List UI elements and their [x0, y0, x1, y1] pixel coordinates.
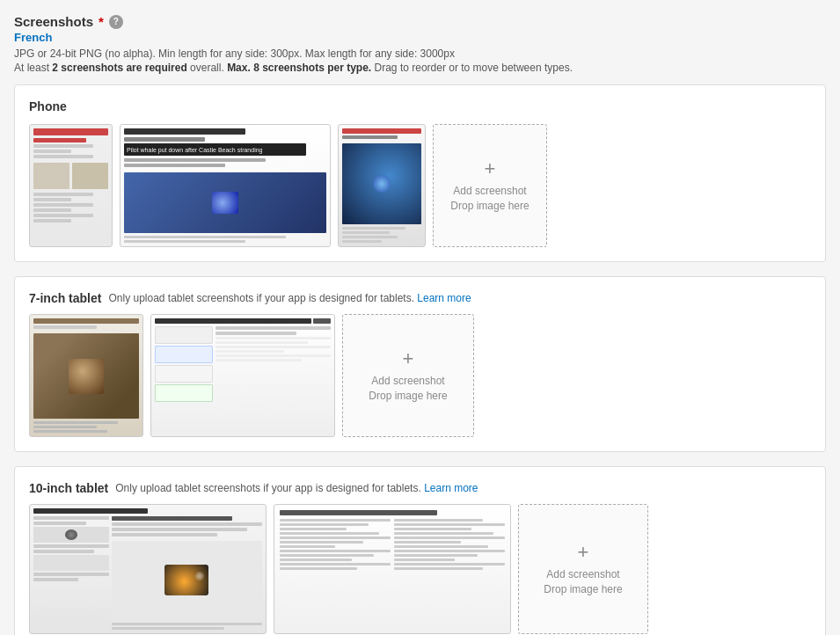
tablet10-screenshots-row: + Add screenshotDrop image here: [29, 504, 811, 634]
tablet10-section: 10-inch tablet Only upload tablet screen…: [14, 466, 826, 635]
tablet10-note: Only upload tablet screenshots if your a…: [115, 482, 478, 494]
requirements: At least 2 screenshots are required over…: [14, 62, 826, 74]
help-icon[interactable]: ?: [109, 15, 123, 29]
tablet10-screenshot-1[interactable]: [29, 504, 267, 634]
tablet10-screenshot-2[interactable]: [274, 504, 511, 634]
tablet10-add-placeholder[interactable]: + Add screenshotDrop image here: [518, 504, 648, 634]
tablet7-add-placeholder[interactable]: + Add screenshotDrop image here: [342, 314, 474, 437]
phone-screenshot-3[interactable]: [338, 124, 426, 247]
plus-icon-tablet10: +: [578, 541, 589, 564]
tablet10-learn-more[interactable]: Learn more: [424, 482, 478, 494]
tablet10-section-title: 10-inch tablet: [29, 481, 108, 495]
tablet7-section-title: 7-inch tablet: [29, 291, 101, 305]
format-info: JPG or 24-bit PNG (no alpha). Min length…: [14, 47, 826, 60]
phone-screenshot-1[interactable]: [29, 124, 113, 247]
tablet7-add-label: Add screenshotDrop image here: [369, 374, 447, 404]
plus-icon-tablet7: +: [403, 347, 414, 370]
required-star: *: [99, 14, 104, 29]
tablet7-section: 7-inch tablet Only upload tablet screens…: [14, 276, 826, 452]
phone-add-label: Add screenshotDrop image here: [450, 184, 529, 214]
phone-section: Phone: [14, 84, 826, 262]
page-header: Screenshots * ? French JPG or 24-bit PNG…: [14, 14, 826, 74]
tablet7-learn-more[interactable]: Learn more: [417, 292, 471, 304]
tablet7-screenshots-row: + Add screenshotDrop image here: [29, 314, 811, 437]
tablet10-add-label: Add screenshotDrop image here: [544, 567, 622, 597]
tablet7-screenshot-2[interactable]: [150, 314, 335, 437]
tablet7-note: Only upload tablet screenshots if your a…: [108, 292, 471, 304]
tablet7-screenshot-1[interactable]: [29, 314, 143, 437]
page-title: Screenshots * ?: [14, 14, 826, 29]
locale-label: French: [14, 31, 826, 44]
plus-icon: +: [485, 157, 496, 180]
phone-screenshots-row: Pilot whale put down after Castle Beach …: [29, 124, 811, 247]
phone-section-title: Phone: [29, 99, 811, 113]
title-text: Screenshots: [14, 14, 93, 29]
phone-add-placeholder[interactable]: + Add screenshotDrop image here: [433, 124, 547, 247]
phone-screenshot-2[interactable]: Pilot whale put down after Castle Beach …: [120, 124, 331, 247]
